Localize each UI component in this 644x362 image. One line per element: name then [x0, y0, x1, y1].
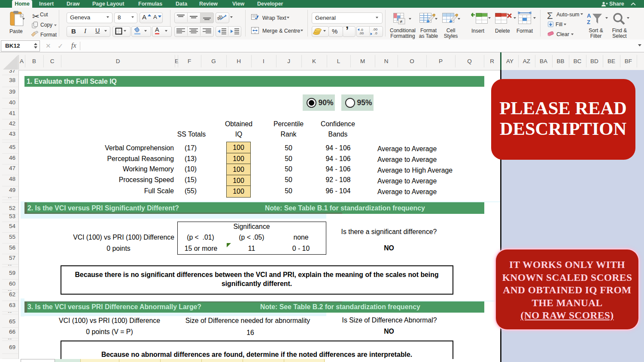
svg-text:A: A — [587, 12, 591, 19]
svg-text:.00: .00 — [373, 27, 378, 31]
svg-text:.00: .00 — [359, 31, 364, 35]
svg-text:.0: .0 — [374, 31, 377, 35]
svg-text:≠: ≠ — [400, 19, 402, 24]
svg-text:ab: ab — [217, 13, 224, 21]
svg-text:Z: Z — [587, 19, 590, 25]
